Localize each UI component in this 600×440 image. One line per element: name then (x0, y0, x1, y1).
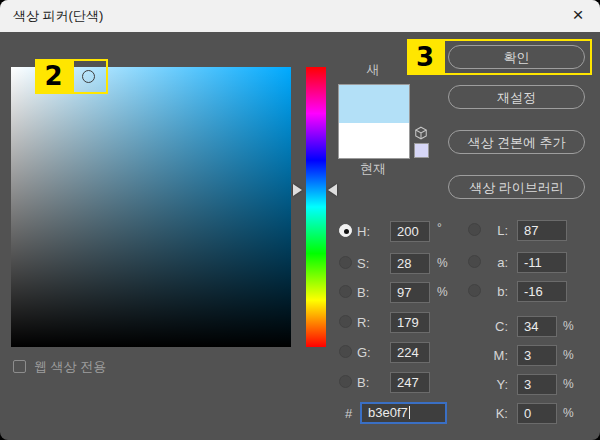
dialog-title: 색상 피커(단색) (13, 0, 103, 32)
annotation-mark-2: 2 (35, 59, 72, 94)
y-unit: % (563, 377, 574, 391)
radio-b-rgb[interactable] (339, 375, 352, 388)
s-input[interactable]: 28 (390, 253, 430, 274)
annotation-box-2 (72, 59, 108, 94)
c-label: C: (478, 319, 508, 334)
s-label: S: (357, 256, 369, 271)
c-input[interactable]: 34 (517, 316, 557, 337)
radio-b[interactable] (339, 285, 352, 298)
color-libraries-button[interactable]: 색상 라이브러리 (448, 175, 585, 199)
k-label: K: (478, 406, 508, 421)
m-input[interactable]: 3 (517, 345, 557, 366)
radio-g[interactable] (339, 345, 352, 358)
current-color-swatch[interactable] (339, 123, 409, 158)
add-to-swatches-button[interactable]: 색상 견본에 추가 (448, 130, 585, 154)
h-input[interactable]: 200 (390, 221, 430, 242)
s-unit: % (437, 256, 448, 270)
k-unit: % (563, 406, 574, 420)
b-label: B: (357, 285, 369, 300)
web-colors-only-label: 웹 색상 전용 (34, 358, 106, 376)
hex-label: # (345, 406, 352, 421)
g-label: G: (357, 345, 371, 360)
k-input[interactable]: 0 (517, 403, 557, 424)
h-unit: ° (437, 221, 442, 235)
hex-value: b3e0f7 (368, 405, 408, 420)
h-label: H: (357, 224, 370, 239)
a-label: a: (478, 255, 508, 270)
radio-s[interactable] (339, 256, 352, 269)
m-label: M: (478, 348, 508, 363)
hue-slider-left-arrow-icon[interactable] (293, 184, 302, 196)
annotation-mark-3: 3 (407, 39, 443, 75)
color-picker-dialog: 색상 피커(단색) × 새 현재 확인 재설정 색상 견본에 추가 색상 라이브… (0, 0, 600, 440)
l-label: L: (478, 223, 508, 238)
hue-slider[interactable] (306, 67, 326, 347)
lab-b-label: b: (478, 284, 508, 299)
b-input[interactable]: 97 (390, 282, 430, 303)
nearest-web-color-swatch[interactable] (414, 143, 429, 158)
new-color-label: 새 (338, 61, 408, 79)
color-field[interactable] (11, 67, 291, 347)
r-label: R: (357, 315, 370, 330)
color-compare-swatch (338, 84, 410, 159)
hue-slider-right-arrow-icon[interactable] (328, 184, 337, 196)
web-color-warning-cube-icon[interactable] (414, 126, 428, 140)
y-label: Y: (478, 377, 508, 392)
current-color-label: 현재 (338, 160, 408, 178)
r-input[interactable]: 179 (390, 312, 430, 333)
b-unit: % (437, 285, 448, 299)
radio-r[interactable] (339, 315, 352, 328)
g-input[interactable]: 224 (390, 342, 430, 363)
m-unit: % (563, 348, 574, 362)
close-icon[interactable]: × (563, 0, 593, 32)
hex-input[interactable]: b3e0f7 (360, 402, 447, 424)
y-input[interactable]: 3 (517, 374, 557, 395)
title-bar: 색상 피커(단색) × (0, 0, 600, 32)
web-colors-only-checkbox[interactable] (13, 360, 26, 373)
new-color-swatch (339, 85, 409, 123)
a-input[interactable]: -11 (517, 252, 567, 273)
lab-b-input[interactable]: -16 (517, 281, 567, 302)
text-caret (409, 406, 410, 419)
b-rgb-label: B: (357, 375, 369, 390)
annotation-box-3 (443, 39, 592, 75)
l-input[interactable]: 87 (517, 220, 567, 241)
b-rgb-input[interactable]: 247 (390, 372, 430, 393)
reset-button[interactable]: 재설정 (448, 85, 585, 109)
c-unit: % (563, 319, 574, 333)
radio-h[interactable] (339, 224, 352, 237)
